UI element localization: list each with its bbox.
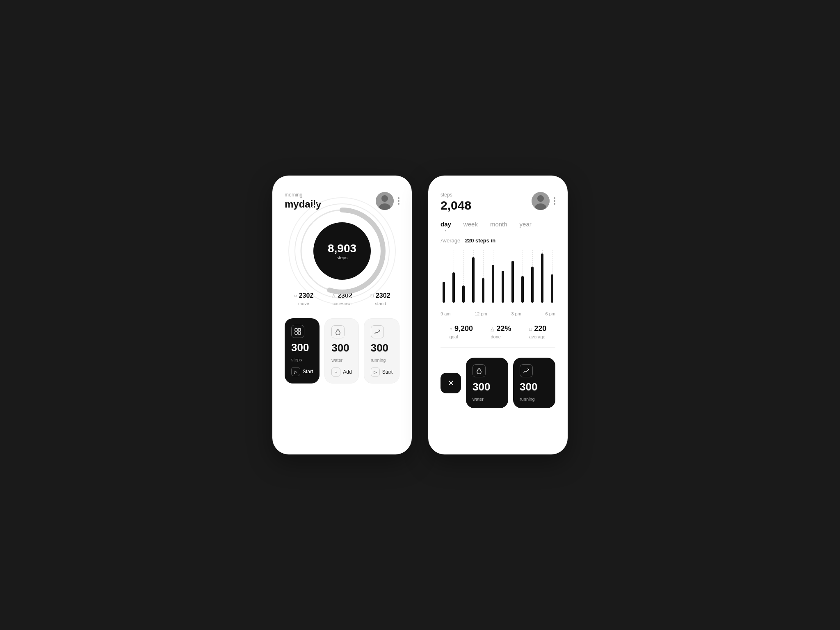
tab-year[interactable]: year [520, 221, 532, 229]
ring-steps-value: 8,903 [328, 242, 356, 255]
water-icon-dark [472, 364, 486, 377]
water-card-add-button[interactable]: + Add [331, 368, 352, 377]
start-label-2: Start [382, 369, 393, 375]
bar-5 [492, 265, 494, 303]
water-card-icon [331, 325, 345, 338]
right-more-menu-button[interactable] [554, 197, 555, 205]
steps-small-label: steps [441, 192, 471, 198]
svg-point-12 [537, 195, 544, 202]
steps-card-start-button[interactable]: ▷ Start [291, 367, 313, 376]
bar-col-7 [509, 250, 516, 303]
bar-col-9 [529, 250, 536, 303]
running-card-value: 300 [371, 342, 393, 354]
bottom-cards-row: ✕ 300 water 300 running [441, 358, 555, 408]
bar-6 [502, 271, 504, 303]
average-value: 220 [534, 324, 546, 333]
svg-rect-9 [295, 332, 297, 334]
bar-2 [462, 285, 465, 303]
chart-label-9am: 9 am [441, 311, 450, 316]
bar-0 [443, 282, 445, 303]
bar-col-0 [441, 250, 447, 303]
left-phone: morning mydaily 8, [272, 176, 412, 454]
bar-col-10 [539, 250, 546, 303]
play-icon: ▷ [291, 367, 300, 376]
done-label: done [491, 334, 500, 339]
steps-info: steps 2,048 [441, 192, 471, 212]
bottom-stats: ○ 9,200 goal △ 22% done □ 220 average [441, 324, 555, 348]
tab-day[interactable]: day [441, 221, 451, 229]
bar-col-2 [460, 250, 467, 303]
start-label: Start [303, 369, 313, 374]
play-icon-2: ▷ [371, 368, 380, 377]
bar-col-8 [519, 250, 526, 303]
running-card-icon [371, 325, 384, 338]
bar-7 [511, 261, 514, 303]
close-button[interactable]: ✕ [441, 373, 461, 393]
steps-card-icon [291, 325, 304, 338]
tab-month[interactable]: month [490, 221, 507, 229]
water-dark-label: water [472, 397, 502, 402]
add-label: Add [343, 369, 352, 375]
bar-11 [551, 274, 553, 303]
chart-label-12pm: 12 pm [475, 311, 487, 316]
steps-card: 300 steps ▷ Start [285, 318, 320, 383]
bar-8 [521, 276, 524, 303]
steps-card-value: 300 [291, 341, 313, 354]
steps-card-label: steps [291, 357, 313, 362]
chart-label-3pm: 3 pm [511, 311, 521, 316]
avatar-right[interactable] [532, 192, 550, 210]
bar-col-3 [470, 250, 477, 303]
running-icon-dark [520, 364, 533, 377]
svg-rect-10 [298, 332, 301, 334]
steps-big-value: 2,048 [441, 199, 471, 212]
square-icon-2: □ [529, 326, 532, 332]
chart-labels: 9 am 12 pm 3 pm 6 pm [441, 311, 555, 316]
water-card-value: 300 [331, 342, 352, 354]
running-card-start-button[interactable]: ▷ Start [371, 368, 393, 377]
right-phone: steps 2,048 day week month year Average … [428, 176, 568, 454]
tab-week[interactable]: week [463, 221, 478, 229]
ring-steps-label: steps [337, 255, 347, 260]
running-card: 300 running ▷ Start [364, 318, 399, 383]
bar-col-6 [500, 250, 506, 303]
svg-rect-8 [298, 329, 301, 331]
average-label-2: average [529, 334, 546, 339]
bar-9 [531, 267, 534, 303]
water-card-dark: 300 water [466, 358, 508, 408]
water-dark-value: 300 [472, 381, 502, 393]
activity-cards: 300 steps ▷ Start 300 water + Add [285, 318, 399, 383]
bar-chart [441, 250, 555, 307]
average-label: Average - 220 steps /h [441, 237, 555, 244]
circle-icon-2: ○ [450, 326, 452, 332]
running-card-label: running [371, 358, 393, 363]
chart-label-6pm: 6 pm [546, 311, 555, 316]
average-stat: □ 220 average [529, 324, 546, 339]
bar-10 [541, 253, 543, 303]
water-card-label: water [331, 358, 352, 363]
goal-value: 9,200 [454, 324, 473, 333]
done-stat: △ 22% done [491, 324, 511, 339]
bar-col-11 [549, 250, 555, 303]
right-phone-header: steps 2,048 [441, 192, 555, 212]
svg-rect-7 [295, 329, 297, 331]
goal-label: goal [450, 334, 458, 339]
running-dark-value: 300 [520, 381, 549, 393]
bar-col-5 [490, 250, 496, 303]
bar-4 [482, 278, 484, 303]
water-card: 300 water + Add [324, 318, 358, 383]
bar-col-4 [480, 250, 486, 303]
period-tabs: day week month year [441, 221, 555, 229]
done-value: 22% [496, 324, 511, 333]
right-header-right [532, 192, 555, 210]
bar-col-1 [450, 250, 457, 303]
running-card-dark: 300 running [513, 358, 555, 408]
goal-stat: ○ 9,200 goal [450, 324, 473, 339]
bar-3 [472, 257, 475, 303]
triangle-icon-2: △ [491, 326, 494, 332]
bar-1 [452, 272, 455, 303]
steps-ring: 8,903 steps [285, 222, 399, 280]
running-dark-label: running [520, 397, 549, 402]
plus-icon: + [331, 368, 340, 377]
ring-center: 8,903 steps [313, 222, 371, 280]
